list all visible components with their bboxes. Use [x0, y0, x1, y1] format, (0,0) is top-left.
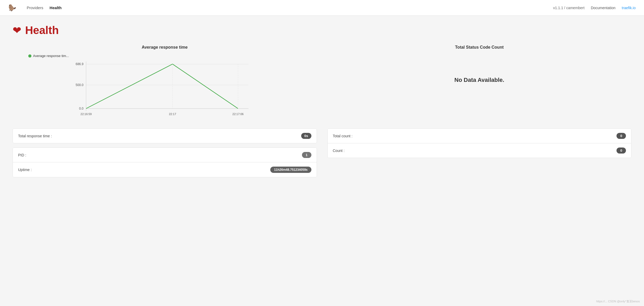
svg-text:686.9: 686.9: [76, 62, 84, 66]
nav-version: v1.1.1 / camembert: [553, 6, 585, 10]
nav-logo-icon: 🦫: [8, 4, 16, 12]
uptime-row: Uptime : 11h26m48.751234059s: [13, 162, 317, 177]
chart-svg-wrapper: 686.9 500.0 0.0 22:16:59 22:17 22:17:06: [13, 59, 317, 120]
pid-label: PID :: [18, 153, 26, 157]
right-metrics: Total count : 0 Count : 0: [327, 128, 632, 177]
chart-legend: Average response tim...: [13, 54, 317, 58]
page-content: ❤ Health Average response time Average r…: [0, 16, 644, 186]
svg-text:22:17: 22:17: [169, 112, 176, 116]
response-time-label: Total response time :: [18, 134, 52, 138]
uptime-value: 11h26m48.751234059s: [270, 167, 311, 173]
count-group: Total count : 0 Count : 0: [327, 128, 632, 158]
heart-icon: ❤: [13, 24, 21, 36]
legend-dot-icon: [28, 54, 31, 58]
avg-response-chart-title: Average response time: [13, 45, 317, 50]
response-time-card: Total response time : 0s: [13, 128, 317, 143]
status-code-title: Total Status Code Count: [327, 45, 632, 50]
total-count-label: Total count :: [333, 134, 353, 138]
pid-uptime-group: PID : 1 Uptime : 11h26m48.751234059s: [13, 148, 317, 177]
left-metrics: Total response time : 0s PID : 1 Uptime …: [13, 128, 317, 177]
avg-response-svg: 686.9 500.0 0.0 22:16:59 22:17 22:17:06: [13, 59, 317, 119]
count-label: Count :: [333, 149, 345, 153]
svg-text:22:16:59: 22:16:59: [80, 112, 92, 116]
pid-row: PID : 1: [13, 148, 317, 162]
pid-value: 1: [302, 152, 311, 158]
status-code-section: Total Status Code Count No Data Availabl…: [327, 45, 632, 120]
total-count-value: 0: [617, 133, 626, 139]
uptime-label: Uptime :: [18, 168, 32, 172]
svg-text:500.0: 500.0: [76, 83, 84, 87]
avg-response-chart-section: Average response time Average response t…: [13, 45, 317, 120]
response-time-value: 0s: [301, 133, 311, 139]
svg-text:0.0: 0.0: [79, 107, 84, 110]
count-value: 0: [617, 148, 626, 154]
total-count-row: Total count : 0: [328, 129, 631, 143]
nav-link-providers[interactable]: Providers: [27, 4, 43, 11]
no-data-message: No Data Available.: [327, 54, 632, 106]
response-time-row: Total response time : 0s: [13, 129, 317, 143]
legend-label: Average response tim...: [33, 54, 69, 58]
svg-text:22:17:06: 22:17:06: [232, 112, 244, 116]
nav-link-health[interactable]: Health: [49, 4, 62, 11]
page-title-row: ❤ Health: [13, 24, 631, 37]
nav-links: Providers Health: [27, 4, 545, 11]
charts-grid: Average response time Average response t…: [13, 45, 631, 120]
nav-traefik-link[interactable]: traefik.io: [622, 6, 636, 10]
nav-documentation-link[interactable]: Documentation: [591, 6, 615, 10]
metrics-grid: Total response time : 0s PID : 1 Uptime …: [13, 128, 631, 177]
watermark: https://... CSDN @only°复至besos: [596, 299, 640, 303]
nav-right: v1.1.1 / camembert Documentation traefik…: [553, 6, 636, 10]
navbar: 🦫 Providers Health v1.1.1 / camembert Do…: [0, 0, 644, 16]
page-title: Health: [25, 24, 59, 37]
count-row: Count : 0: [328, 143, 631, 158]
